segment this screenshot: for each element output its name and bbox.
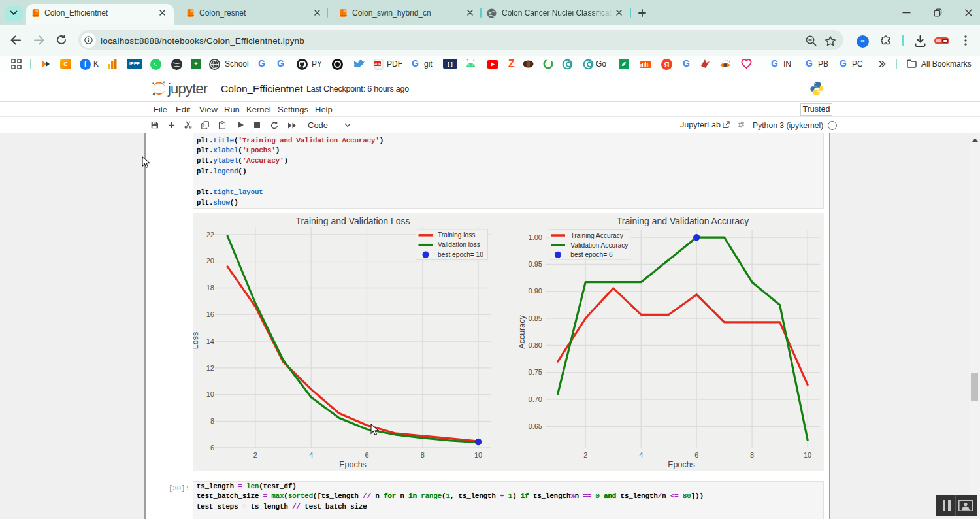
- svg-text:Epochs: Epochs: [668, 460, 695, 469]
- svg-text:Training and Validation Accura: Training and Validation Accuracy: [617, 216, 749, 226]
- svg-text:8: 8: [210, 417, 214, 425]
- svg-text:0.70: 0.70: [529, 395, 542, 403]
- svg-text:10: 10: [474, 451, 482, 459]
- svg-text:10: 10: [206, 390, 214, 398]
- svg-text:8: 8: [421, 451, 425, 459]
- svg-text:12: 12: [206, 364, 214, 372]
- svg-text:2: 2: [583, 451, 587, 459]
- svg-text:0.90: 0.90: [529, 287, 542, 295]
- svg-text:Accuracy: Accuracy: [517, 315, 527, 349]
- svg-text:best epoch= 6: best epoch= 6: [570, 251, 613, 258]
- svg-text:8: 8: [750, 451, 754, 459]
- svg-text:Loss: Loss: [193, 332, 200, 349]
- svg-text:Epochs: Epochs: [339, 460, 367, 469]
- svg-text:0.95: 0.95: [529, 260, 542, 268]
- svg-text:10: 10: [804, 451, 811, 459]
- svg-text:6: 6: [694, 451, 698, 459]
- svg-text:6: 6: [210, 444, 214, 452]
- svg-text:Training loss: Training loss: [438, 231, 475, 239]
- svg-text:2: 2: [253, 451, 257, 459]
- svg-text:4: 4: [639, 451, 643, 459]
- svg-text:1.00: 1.00: [529, 233, 542, 241]
- svg-text:16: 16: [206, 310, 214, 318]
- svg-text:0.85: 0.85: [529, 314, 542, 322]
- svg-text:4: 4: [309, 451, 313, 459]
- svg-text:0.65: 0.65: [529, 422, 542, 430]
- svg-text:22: 22: [206, 231, 214, 239]
- svg-text:Training Accuracy: Training Accuracy: [570, 232, 623, 239]
- svg-text:Training and Validation Loss: Training and Validation Loss: [295, 216, 410, 226]
- svg-text:20: 20: [206, 257, 214, 265]
- svg-text:Validation Accuracy: Validation Accuracy: [570, 242, 629, 249]
- svg-text:0.75: 0.75: [529, 368, 542, 376]
- svg-text:Validation loss: Validation loss: [438, 241, 480, 248]
- svg-text:14: 14: [206, 337, 214, 345]
- svg-text:best epoch= 10: best epoch= 10: [438, 251, 483, 258]
- svg-text:PDF: PDF: [374, 62, 382, 66]
- svg-text:0.80: 0.80: [529, 341, 542, 349]
- svg-text:6: 6: [365, 451, 368, 459]
- svg-text:18: 18: [206, 284, 214, 292]
